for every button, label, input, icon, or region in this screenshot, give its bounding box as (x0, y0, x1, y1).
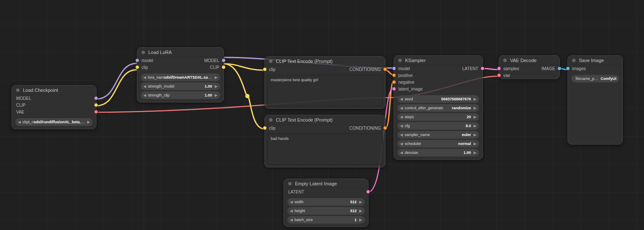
port-clip-out[interactable] (221, 65, 226, 69)
port-clip-in[interactable] (135, 65, 139, 69)
widget-ckpt-name[interactable]: ◀ ckpt_nsdxl/rundiffusionXL_beta.safeten… (15, 118, 93, 126)
node-vae-decode[interactable]: VAE Decode samplesIMAGE vae (499, 55, 560, 79)
node-title: KSampler (405, 58, 426, 63)
widget-strength-clip[interactable]: ◀strength_clip1.00▶ (141, 91, 220, 99)
widget-width[interactable]: ◀width512▶ (287, 198, 365, 206)
port-conditioning-out[interactable] (383, 126, 387, 130)
node-title: CLIP Text Encode (Prompt) (276, 117, 333, 122)
widget-steps[interactable]: ◀steps20▶ (397, 113, 479, 121)
widget-lora-name[interactable]: ◀lora_namsdxl/DreamARTSDXL.safetensors▶ (141, 74, 220, 81)
port-vae[interactable] (94, 110, 98, 114)
port-model-out[interactable] (221, 58, 226, 62)
node-load-lora[interactable]: Load LoRA modelMODEL clipCLIP ◀lora_nams… (137, 47, 224, 102)
input-clip-label: clip (142, 65, 148, 70)
input-samples-label: samples (503, 66, 519, 71)
node-title: VAE Decode (510, 58, 536, 63)
port-clip-in[interactable] (263, 67, 267, 71)
output-conditioning-label: CONDITIONING (349, 126, 381, 131)
output-model-label: MODEL (204, 58, 219, 63)
input-model-label: model (398, 66, 410, 71)
widget-seed[interactable]: ◀seed56937568687676▶ (397, 95, 479, 103)
node-title: Load Checkpoint (23, 88, 58, 93)
node-title: Load LoRA (148, 50, 172, 55)
output-clip-label: CLIP (210, 65, 219, 70)
widget-batch-size[interactable]: ◀batch_size1▶ (287, 216, 365, 224)
svg-point-0 (245, 94, 250, 98)
widget-strength-model[interactable]: ◀strength_model1.00▶ (141, 82, 220, 90)
node-clip-text-encode-negative[interactable]: CLIP Text Encode (Prompt) clipCONDITIONI… (264, 115, 386, 168)
input-positive-label: positive (398, 73, 413, 78)
output-latent-label: LATENT (288, 190, 304, 194)
port-vae[interactable] (497, 73, 501, 77)
widget-cfg[interactable]: ◀cfg8.0▶ (397, 122, 479, 130)
port-negative[interactable] (392, 80, 396, 84)
output-image-label: IMAGE (542, 66, 555, 71)
node-ksampler[interactable]: KSampler modelLATENT positive negative l… (394, 55, 483, 160)
port-model[interactable] (94, 96, 98, 100)
widget-sampler-name[interactable]: ◀sampler_nameeuler▶ (397, 131, 479, 139)
input-model-label: model (142, 58, 153, 63)
port-latent[interactable] (480, 66, 485, 71)
port-model-in[interactable] (135, 58, 139, 62)
port-positive[interactable] (392, 73, 396, 77)
widget-height[interactable]: ◀height512▶ (287, 207, 365, 215)
port-clip[interactable] (94, 103, 98, 107)
input-images-label: images (572, 66, 586, 71)
input-negative-label: negative (398, 80, 414, 85)
port-conditioning-out[interactable] (383, 67, 387, 71)
widget-denoise[interactable]: ◀denoise1.00▶ (397, 149, 479, 156)
prompt-textarea[interactable]: bad hands (267, 133, 383, 165)
input-vae-label: vae (503, 73, 510, 78)
port-image[interactable] (557, 66, 562, 71)
prompt-textarea[interactable]: masterpiece best quality girl (267, 75, 383, 106)
output-conditioning-label: CONDITIONING (349, 67, 381, 72)
node-title: Empty Latent Image (295, 181, 337, 186)
port-latent[interactable] (366, 190, 370, 194)
input-clip-label: clip (269, 67, 275, 72)
chevron-left-icon: ◀ (18, 120, 21, 124)
output-model-label: MODEL (16, 96, 31, 101)
input-latent-label: latent_image (398, 87, 423, 91)
output-latent-label: LATENT (462, 66, 478, 71)
node-title: CLIP Text Encode (Prompt) (276, 59, 333, 64)
input-clip-label: clip (269, 126, 275, 131)
widget-scheduler[interactable]: ◀schedulernormal▶ (397, 140, 479, 148)
port-model[interactable] (392, 66, 396, 71)
widget-filename-prefix[interactable]: filename_prefixComfyUI (571, 75, 619, 82)
output-vae-label: VAE (16, 110, 24, 114)
node-clip-text-encode-positive[interactable]: CLIP Text Encode (Prompt) clipCONDITIONI… (264, 56, 386, 109)
node-empty-latent-image[interactable]: Empty Latent Image LATENT ◀width512▶ ◀he… (284, 179, 369, 227)
node-title: Save Image (579, 58, 604, 63)
port-images[interactable] (566, 66, 570, 71)
port-latent-in[interactable] (392, 87, 396, 91)
port-samples[interactable] (497, 66, 501, 71)
chevron-right-icon: ▶ (87, 120, 90, 124)
output-clip-label: CLIP (16, 103, 26, 108)
node-save-image[interactable]: Save Image images filename_prefixComfyUI (567, 55, 623, 145)
widget-control-after-generate[interactable]: ◀control_after_generaterandomize▶ (397, 104, 479, 112)
port-clip-in[interactable] (263, 126, 267, 130)
node-load-checkpoint[interactable]: Load Checkpoint MODEL CLIP VAE ◀ ckpt_ns… (11, 85, 96, 129)
